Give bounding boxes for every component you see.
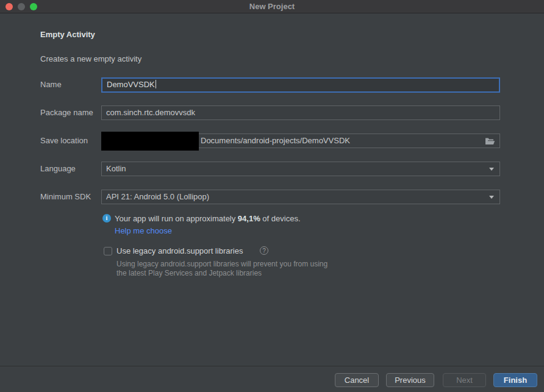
name-label: Name xyxy=(40,77,62,92)
text-caret xyxy=(156,80,156,88)
previous-button[interactable]: Previous xyxy=(386,373,434,387)
help-me-choose-link[interactable]: Help me choose xyxy=(115,226,172,235)
info-icon: i xyxy=(102,214,111,223)
save-location-value: Documents/android-projects/DemoVVSDK xyxy=(201,136,350,145)
min-sdk-value: API 21: Android 5.0 (Lollipop) xyxy=(106,192,209,201)
redacted-path-overlay xyxy=(101,132,199,151)
language-value: Kotlin xyxy=(106,164,126,173)
package-name-value: com.sinch.rtc.demovvsdk xyxy=(106,108,195,117)
save-location-label: Save location xyxy=(40,134,88,148)
package-name-label: Package name xyxy=(40,105,93,120)
legacy-support-checkbox[interactable] xyxy=(104,247,112,255)
package-name-input[interactable]: com.sinch.rtc.demovvsdk xyxy=(101,105,500,120)
sdk-coverage-text: Your app will run on approximately 94,1%… xyxy=(115,214,301,223)
name-value: DemoVVSDK xyxy=(107,80,155,89)
chevron-down-icon xyxy=(489,168,494,171)
new-project-dialog: New Project Empty Activity Creates a new… xyxy=(0,0,544,392)
help-circle-icon[interactable]: ? xyxy=(260,246,268,255)
sdk-coverage-percent: 94,1% xyxy=(238,214,260,223)
min-sdk-label: Minimum SDK xyxy=(40,190,91,204)
template-title: Empty Activity xyxy=(40,30,95,39)
legacy-help-text-line1: Using legacy android.support libraries w… xyxy=(116,260,327,269)
name-input[interactable]: DemoVVSDK xyxy=(101,77,500,93)
language-label: Language xyxy=(40,162,76,176)
finish-button[interactable]: Finish xyxy=(493,373,537,387)
language-dropdown[interactable]: Kotlin xyxy=(101,162,500,176)
browse-folder-icon[interactable] xyxy=(485,137,496,146)
legacy-support-label[interactable]: Use legacy android.support libraries xyxy=(116,246,243,255)
window-title: New Project xyxy=(0,0,544,13)
next-button: Next xyxy=(443,373,486,387)
legacy-help-text-line2: the latest Play Services and Jetpack lib… xyxy=(116,269,262,278)
cancel-button[interactable]: Cancel xyxy=(335,373,379,387)
min-sdk-dropdown[interactable]: API 21: Android 5.0 (Lollipop) xyxy=(101,190,500,204)
chevron-down-icon xyxy=(489,196,494,199)
titlebar: New Project xyxy=(0,0,544,13)
bottom-divider xyxy=(0,366,544,366)
template-subtitle: Creates a new empty activity xyxy=(40,54,141,63)
